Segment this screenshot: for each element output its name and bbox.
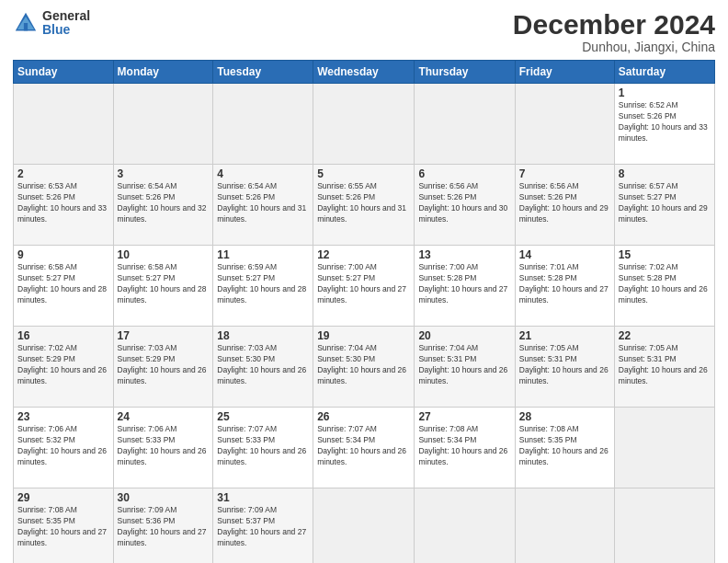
day-info: Sunrise: 6:58 AM Sunset: 5:27 PM Dayligh… (118, 262, 210, 306)
day-info: Sunrise: 7:04 AM Sunset: 5:31 PM Dayligh… (418, 343, 510, 387)
calendar-cell (313, 488, 415, 564)
day-number: 13 (418, 248, 510, 261)
sunset-label: Sunset: 5:26 PM (418, 192, 476, 201)
day-info: Sunrise: 7:02 AM Sunset: 5:28 PM Dayligh… (619, 262, 711, 306)
calendar-cell: 7 Sunrise: 6:56 AM Sunset: 5:26 PM Dayli… (515, 165, 614, 246)
day-info: Sunrise: 7:00 AM Sunset: 5:28 PM Dayligh… (418, 262, 510, 306)
day-info: Sunrise: 7:07 AM Sunset: 5:33 PM Dayligh… (217, 424, 309, 468)
calendar-cell: 11 Sunrise: 6:59 AM Sunset: 5:27 PM Dayl… (213, 246, 313, 327)
calendar-cell: 9 Sunrise: 6:58 AM Sunset: 5:27 PM Dayli… (14, 246, 114, 327)
day-number: 18 (217, 329, 309, 342)
calendar-cell: 21 Sunrise: 7:05 AM Sunset: 5:31 PM Dayl… (515, 327, 614, 408)
day-number: 11 (217, 248, 309, 261)
daylight-label: Daylight: 10 hours and 27 minutes. (317, 284, 406, 304)
calendar-cell: 1 Sunrise: 6:52 AM Sunset: 5:26 PM Dayli… (614, 84, 714, 165)
calendar-cell: 16 Sunrise: 7:02 AM Sunset: 5:29 PM Dayl… (14, 327, 114, 408)
calendar-cell: 25 Sunrise: 7:07 AM Sunset: 5:33 PM Dayl… (213, 408, 313, 488)
daylight-label: Daylight: 10 hours and 27 minutes. (118, 527, 207, 547)
day-number: 28 (519, 410, 610, 423)
daylight-label: Daylight: 10 hours and 31 minutes. (317, 203, 406, 224)
sunset-label: Sunset: 5:31 PM (418, 354, 476, 363)
calendar-cell: 29 Sunrise: 7:08 AM Sunset: 5:35 PM Dayl… (14, 488, 114, 564)
logo-general: General (42, 9, 90, 23)
day-info: Sunrise: 6:56 AM Sunset: 5:26 PM Dayligh… (519, 181, 610, 225)
month-title: December 2024 (513, 9, 715, 40)
sunset-label: Sunset: 5:34 PM (317, 435, 375, 444)
daylight-label: Daylight: 10 hours and 26 minutes. (118, 365, 207, 385)
day-number: 21 (519, 329, 610, 342)
day-number: 30 (118, 491, 210, 504)
sunrise-label: Sunrise: 7:09 AM (217, 505, 277, 514)
daylight-label: Daylight: 10 hours and 33 minutes. (17, 203, 107, 224)
sunset-label: Sunset: 5:29 PM (17, 354, 75, 363)
sunrise-label: Sunrise: 6:58 AM (118, 262, 177, 271)
day-number: 19 (317, 329, 410, 342)
sunrise-label: Sunrise: 6:59 AM (217, 262, 277, 271)
sunset-label: Sunset: 5:29 PM (118, 354, 176, 363)
calendar-cell (515, 488, 614, 564)
day-info: Sunrise: 6:54 AM Sunset: 5:26 PM Dayligh… (118, 181, 210, 225)
calendar-week: 29 Sunrise: 7:08 AM Sunset: 5:35 PM Dayl… (14, 488, 715, 564)
calendar-cell: 24 Sunrise: 7:06 AM Sunset: 5:33 PM Dayl… (113, 408, 213, 488)
calendar-body: 1 Sunrise: 6:52 AM Sunset: 5:26 PM Dayli… (14, 84, 715, 564)
weekday-header: Sunday (14, 61, 114, 84)
day-info: Sunrise: 6:52 AM Sunset: 5:26 PM Dayligh… (619, 100, 711, 144)
day-info: Sunrise: 7:06 AM Sunset: 5:33 PM Dayligh… (118, 424, 210, 468)
sunset-label: Sunset: 5:27 PM (619, 192, 677, 201)
daylight-label: Daylight: 10 hours and 28 minutes. (217, 284, 306, 304)
daylight-label: Daylight: 10 hours and 26 minutes. (619, 284, 708, 304)
sunrise-label: Sunrise: 6:56 AM (519, 181, 579, 190)
sunrise-label: Sunrise: 7:07 AM (217, 424, 277, 433)
day-number: 17 (118, 329, 210, 342)
day-info: Sunrise: 7:08 AM Sunset: 5:35 PM Dayligh… (17, 505, 109, 549)
day-number: 25 (217, 410, 309, 423)
day-number: 31 (217, 491, 309, 504)
sunrise-label: Sunrise: 7:02 AM (17, 343, 77, 352)
day-info: Sunrise: 7:05 AM Sunset: 5:31 PM Dayligh… (619, 343, 711, 387)
daylight-label: Daylight: 10 hours and 30 minutes. (418, 203, 507, 224)
sunset-label: Sunset: 5:35 PM (519, 435, 577, 444)
day-number: 12 (317, 248, 410, 261)
calendar-cell: 10 Sunrise: 6:58 AM Sunset: 5:27 PM Dayl… (113, 246, 213, 327)
day-info: Sunrise: 6:54 AM Sunset: 5:26 PM Dayligh… (217, 181, 309, 225)
calendar-cell: 5 Sunrise: 6:55 AM Sunset: 5:26 PM Dayli… (313, 165, 415, 246)
daylight-label: Daylight: 10 hours and 27 minutes. (418, 284, 507, 304)
daylight-label: Daylight: 10 hours and 27 minutes. (217, 527, 306, 547)
sunrise-label: Sunrise: 7:00 AM (418, 262, 478, 271)
day-number: 7 (519, 167, 610, 180)
calendar-cell: 3 Sunrise: 6:54 AM Sunset: 5:26 PM Dayli… (113, 165, 213, 246)
sunset-label: Sunset: 5:33 PM (118, 435, 176, 444)
day-info: Sunrise: 7:06 AM Sunset: 5:32 PM Dayligh… (17, 424, 109, 468)
day-info: Sunrise: 7:09 AM Sunset: 5:37 PM Dayligh… (217, 505, 309, 549)
day-info: Sunrise: 6:55 AM Sunset: 5:26 PM Dayligh… (317, 181, 410, 225)
sunset-label: Sunset: 5:30 PM (317, 354, 375, 363)
sunset-label: Sunset: 5:27 PM (317, 273, 375, 282)
sunrise-label: Sunrise: 7:04 AM (317, 343, 377, 352)
day-number: 26 (317, 410, 410, 423)
day-info: Sunrise: 6:53 AM Sunset: 5:26 PM Dayligh… (17, 181, 109, 225)
day-info: Sunrise: 7:07 AM Sunset: 5:34 PM Dayligh… (317, 424, 410, 468)
daylight-label: Daylight: 10 hours and 26 minutes. (217, 446, 306, 466)
calendar-cell: 26 Sunrise: 7:07 AM Sunset: 5:34 PM Dayl… (313, 408, 415, 488)
weekday-header: Saturday (614, 61, 714, 84)
daylight-label: Daylight: 10 hours and 26 minutes. (17, 446, 107, 466)
day-number: 9 (17, 248, 109, 261)
sunset-label: Sunset: 5:35 PM (17, 516, 75, 525)
day-number: 10 (118, 248, 210, 261)
sunrise-label: Sunrise: 6:57 AM (619, 181, 678, 190)
calendar-cell: 19 Sunrise: 7:04 AM Sunset: 5:30 PM Dayl… (313, 327, 415, 408)
sunrise-label: Sunrise: 7:04 AM (418, 343, 478, 352)
calendar-cell (213, 84, 313, 165)
daylight-label: Daylight: 10 hours and 26 minutes. (519, 365, 609, 385)
calendar-cell: 27 Sunrise: 7:08 AM Sunset: 5:34 PM Dayl… (415, 408, 515, 488)
sunrise-label: Sunrise: 7:05 AM (519, 343, 579, 352)
day-number: 6 (418, 167, 510, 180)
sunrise-label: Sunrise: 6:58 AM (17, 262, 77, 271)
sunset-label: Sunset: 5:30 PM (217, 354, 275, 363)
sunrise-label: Sunrise: 7:08 AM (17, 505, 77, 514)
daylight-label: Daylight: 10 hours and 26 minutes. (317, 446, 406, 466)
sunset-label: Sunset: 5:27 PM (118, 273, 176, 282)
sunrise-label: Sunrise: 7:05 AM (619, 343, 678, 352)
svg-rect-2 (24, 23, 28, 30)
daylight-label: Daylight: 10 hours and 27 minutes. (17, 527, 107, 547)
